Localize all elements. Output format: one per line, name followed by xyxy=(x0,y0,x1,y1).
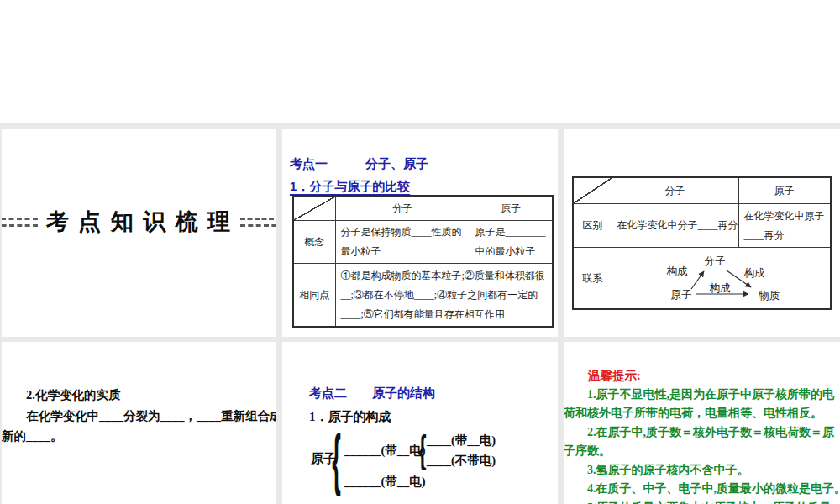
table1-concept-molecule: 分子是保持物质____性质的最小粒子 xyxy=(335,221,470,264)
panel-relation-table: 分子 原子 区别 在化学变化中分子____再分 在化学变化中原子____再分 联… xyxy=(564,129,840,337)
tip-line: 2.在原子中,质子数＝核外电子数＝核电荷数＝原 xyxy=(564,423,830,443)
tree-branch-nucleus: ______(带__电) xyxy=(344,443,426,459)
dashed-decoration-right xyxy=(240,218,276,227)
diagram-node-molecule: 分子 xyxy=(704,255,726,267)
slide: 考 点 知 识 梳 理 考点一分子、原子 1．分子与原子的比较 分子 原子 概念… xyxy=(0,0,840,504)
section-title-row: 考 点 知 识 梳 理 xyxy=(2,202,276,241)
table1-concept-atom: 原子是________中的最小粒子 xyxy=(470,221,553,264)
keypoint2-subtitle: 1．原子的构成 xyxy=(309,409,391,425)
keypoint2-label: 考点二 xyxy=(309,386,347,400)
panel-keypoint2: 考点二原子的结构 1．原子的构成 原子 { ______(带__电) { ___… xyxy=(282,342,558,504)
diagram-edge-label-bottom: 构成 xyxy=(709,282,731,294)
table1-row-label-concept: 概念 xyxy=(293,221,335,264)
panel-keypoint1: 考点一分子、原子 1．分子与原子的比较 分子 原子 概念 分子是保持物质____… xyxy=(282,129,558,337)
diagram-node-matter: 物质 xyxy=(758,290,780,302)
table1-similarities-text: ①都是构成物质的基本粒子;②质量和体积都很__;③都在不停地____;④粒子之间… xyxy=(335,264,553,328)
tip-line: 3.氢原子的原子核内不含中子。 xyxy=(564,461,830,480)
tips-title: 温馨提示: xyxy=(564,366,830,386)
molecule-atom-relation-table: 分子 原子 区别 在化学变化中分子____再分 在化学变化中原子____再分 联… xyxy=(572,176,832,310)
panel-section-title: 考 点 知 识 梳 理 xyxy=(2,129,276,337)
divider-horizontal-top xyxy=(0,123,840,129)
tree-branch-electron: ______(带__电) xyxy=(344,474,426,490)
table2-difference-molecule: 在化学变化中分子____再分 xyxy=(612,204,738,248)
table2-difference-atom: 在化学变化中原子____再分 xyxy=(738,204,831,248)
table2-row-label-relation: 联系 xyxy=(573,248,612,310)
brace-glyph-large: { xyxy=(332,425,341,492)
essence-heading: 2.化学变化的实质 xyxy=(2,385,276,406)
tip-line: 4.在质子、中子、电子中,质量最小的微粒是电子。 xyxy=(564,480,830,499)
tip-line: 子序数。 xyxy=(564,442,830,461)
table2-row-label-difference: 区别 xyxy=(573,204,612,248)
keypoint1-label: 考点一 xyxy=(290,156,328,171)
divider-vertical-right xyxy=(558,123,564,504)
table1-header-molecule: 分子 xyxy=(335,196,470,221)
arrow-atom-to-molecule xyxy=(691,271,704,289)
table2-header-molecule: 分子 xyxy=(612,177,738,204)
table1-header-atom: 原子 xyxy=(470,196,553,221)
panel-chemical-change-essence: 2.化学变化的实质 在化学变化中____分裂为____，____重新组合成 新的… xyxy=(2,342,276,504)
panel-warm-tips: 温馨提示: 1.原子不显电性,是因为在原子中原子核所带的电 荷和核外电子所带的电… xyxy=(564,342,840,504)
table2-corner-diagonal xyxy=(573,177,612,204)
section-title: 考 点 知 识 梳 理 xyxy=(46,207,233,237)
atom-structure-tree: 原子 { ______(带__电) { ____(带__电) ____(不带电)… xyxy=(309,426,553,504)
diagram-edge-label-right: 构成 xyxy=(743,267,765,279)
relation-diagram: 分子 原子 物质 构成 构成 构成 xyxy=(614,250,828,306)
keypoint1-subtitle: 1．分子与原子的比较 xyxy=(290,179,410,195)
tree-sub-proton: ____(带__电) xyxy=(427,433,496,449)
dashed-decoration-left xyxy=(2,218,38,227)
brace-glyph-small: { xyxy=(418,430,426,470)
table1-row-label-similarities: 相同点 xyxy=(293,264,335,328)
keypoint2-heading: 考点二原子的结构 xyxy=(309,386,435,402)
essence-line: 新的____。 xyxy=(2,426,276,447)
keypoint1-heading: 考点一分子、原子 xyxy=(290,156,428,172)
tip-line: 5.原子的质量主要集中在原子核上，原子的质量 xyxy=(564,499,830,504)
divider-vertical-left xyxy=(276,123,282,504)
diagram-edge-label-left: 构成 xyxy=(666,265,688,277)
tip-line: 荷和核外电子所带的电荷，电量相等、电性相反。 xyxy=(564,404,830,423)
table1-corner-diagonal xyxy=(293,196,335,221)
relation-diagram-cell: 分子 原子 物质 构成 构成 构成 xyxy=(612,248,831,310)
molecule-atom-comparison-table: 分子 原子 概念 分子是保持物质____性质的最小粒子 原子是________中… xyxy=(292,195,554,328)
diagram-node-atom: 原子 xyxy=(670,289,692,301)
tip-line: 1.原子不显电性,是因为在原子中原子核所带的电 xyxy=(564,386,830,405)
tree-sub-neutron: ____(不带电) xyxy=(427,453,496,469)
table2-header-atom: 原子 xyxy=(738,177,831,204)
essence-line: 在化学变化中____分裂为____，____重新组合成 xyxy=(2,406,276,427)
keypoint2-title: 原子的结构 xyxy=(372,386,435,400)
keypoint1-title: 分子、原子 xyxy=(365,156,428,171)
